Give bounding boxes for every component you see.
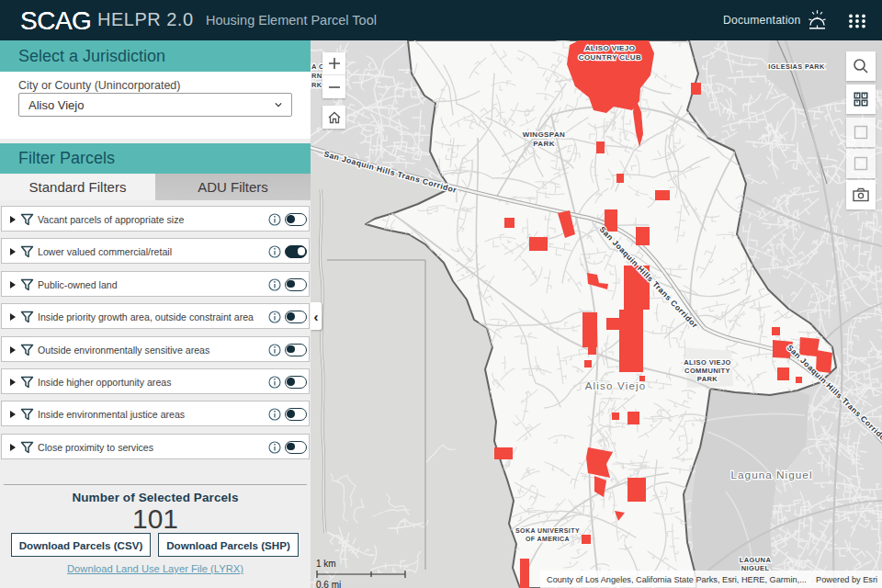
svg-text:WINGSPAN: WINGSPAN — [523, 130, 566, 139]
svg-text:Aliso Viejo: Aliso Viejo — [585, 380, 647, 391]
svg-text:PARK: PARK — [697, 375, 718, 383]
svg-text:ALISO VIEJO: ALISO VIEJO — [684, 358, 731, 367]
svg-text:LAGUNA: LAGUNA — [740, 556, 772, 564]
svg-text:Laguna Niguel: Laguna Niguel — [730, 469, 812, 481]
svg-text:IGLESIAS PARK: IGLESIAS PARK — [768, 62, 825, 71]
svg-text:SCAG: SCAG — [20, 6, 91, 34]
svg-text:COMMUNITY: COMMUNITY — [684, 367, 730, 375]
svg-text:ALISO VIEJO: ALISO VIEJO — [585, 44, 636, 52]
svg-text:COUNTRY CLUB: COUNTRY CLUB — [579, 53, 641, 62]
svg-text:PARK: PARK — [533, 140, 555, 148]
svg-text:RK: RK — [311, 81, 322, 89]
svg-text:SOKA UNIVERSITY: SOKA UNIVERSITY — [515, 527, 580, 534]
svg-text:OF AMERICA: OF AMERICA — [526, 536, 570, 542]
